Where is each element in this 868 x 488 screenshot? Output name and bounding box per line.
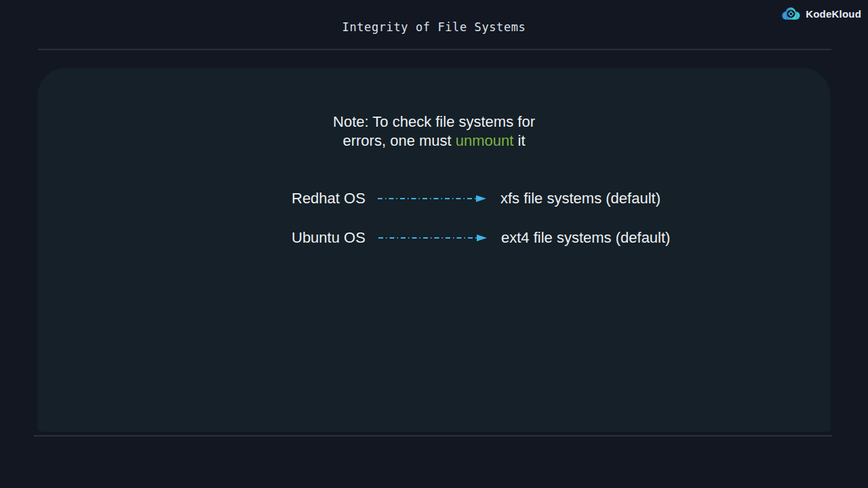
brand-name: KodeKloud: [806, 8, 861, 20]
brand-logo: KodeKloud: [781, 5, 861, 22]
os-label: Ubuntu OS: [292, 230, 366, 245]
filesystem-label: xfs file systems (default): [500, 190, 660, 206]
footer-divider: [34, 435, 832, 436]
filesystem-label: ext4 file systems (default): [501, 230, 670, 245]
kodekloud-cloud-icon: [781, 6, 801, 21]
header-divider: [38, 49, 831, 50]
dashed-arrow-icon: [377, 195, 487, 203]
note-line1: Note: To check file systems for: [333, 113, 535, 130]
page-title: Integrity of File Systems: [0, 20, 868, 34]
slide: Integrity of File Systems: [0, 0, 868, 488]
note-highlight: unmount: [456, 132, 514, 149]
note-line2-suffix: it: [513, 132, 525, 149]
os-label: Redhat OS: [292, 190, 366, 206]
note-text: Note: To check file systems for errors, …: [0, 113, 868, 150]
dashed-arrow-icon: [378, 234, 488, 242]
note-line2-prefix: errors, one must: [342, 132, 455, 149]
